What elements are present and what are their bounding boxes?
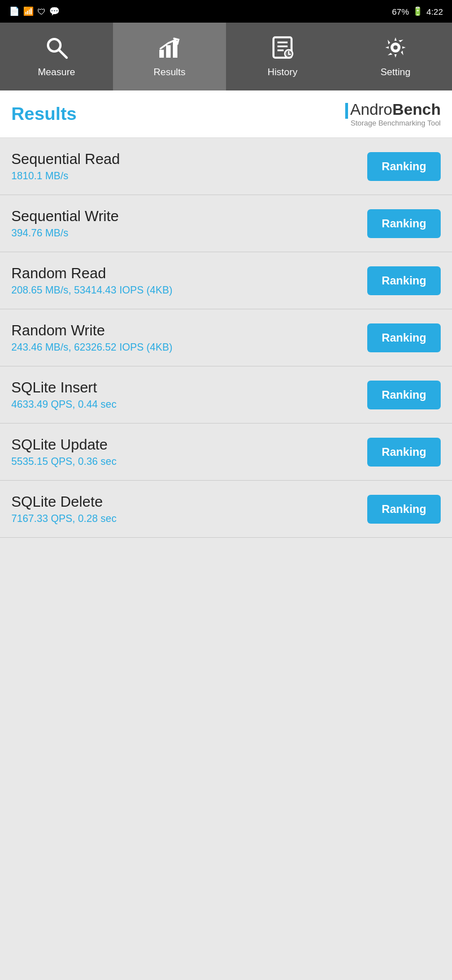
results-header: Results AndroBench Storage Benchmarking … xyxy=(0,90,452,138)
result-info: SQLite Insert 4633.49 QPS, 0.44 sec xyxy=(11,379,116,411)
result-info: SQLite Update 5535.15 QPS, 0.36 sec xyxy=(11,436,116,468)
status-bar: 📄 📶 🛡 💬 67% 🔋 4:22 xyxy=(0,0,452,23)
svg-rect-2 xyxy=(159,50,164,58)
history-icon xyxy=(270,35,295,63)
result-value: 5535.15 QPS, 0.36 sec xyxy=(11,456,116,468)
tab-history-label: History xyxy=(268,67,298,78)
result-value: 394.76 MB/s xyxy=(11,227,119,239)
result-item: SQLite Insert 4633.49 QPS, 0.44 sec Rank… xyxy=(0,366,452,424)
result-item: Random Read 208.65 MB/s, 53414.43 IOPS (… xyxy=(0,252,452,309)
result-name: SQLite Insert xyxy=(11,379,116,396)
battery-text: 67% xyxy=(392,7,409,16)
result-item: SQLite Update 5535.15 QPS, 0.36 sec Rank… xyxy=(0,424,452,481)
measure-icon xyxy=(44,35,69,63)
brand-sub: Storage Benchmarking Tool xyxy=(351,119,441,127)
result-value: 1810.1 MB/s xyxy=(11,170,120,182)
result-name: Random Write xyxy=(11,322,172,339)
status-left: 📄 📶 🛡 💬 xyxy=(9,6,60,16)
result-info: SQLite Delete 7167.33 QPS, 0.28 sec xyxy=(11,493,116,525)
nav-tabs: Measure Results History xyxy=(0,23,452,90)
brand-logo: AndroBench Storage Benchmarking Tool xyxy=(345,101,441,127)
results-title: Results xyxy=(11,103,77,124)
ranking-button[interactable]: Ranking xyxy=(367,495,441,524)
shield-icon: 🛡 xyxy=(37,7,46,16)
svg-rect-4 xyxy=(173,41,177,58)
battery-icon: 🔋 xyxy=(412,6,423,16)
tab-results[interactable]: Results xyxy=(113,23,226,90)
result-value: 4633.49 QPS, 0.44 sec xyxy=(11,399,116,411)
brand-bold: Bench xyxy=(392,101,441,118)
svg-line-1 xyxy=(59,50,67,58)
setting-icon xyxy=(383,35,408,63)
result-name: SQLite Update xyxy=(11,436,116,454)
result-item: Random Write 243.46 MB/s, 62326.52 IOPS … xyxy=(0,309,452,366)
tab-setting[interactable]: Setting xyxy=(339,23,452,90)
result-value: 208.65 MB/s, 53414.43 IOPS (4KB) xyxy=(11,284,172,296)
result-info: Sequential Write 394.76 MB/s xyxy=(11,208,119,239)
chat-icon: 💬 xyxy=(49,6,60,16)
tab-history[interactable]: History xyxy=(226,23,339,90)
svg-rect-3 xyxy=(166,45,171,58)
ranking-button[interactable]: Ranking xyxy=(367,266,441,295)
ranking-button[interactable]: Ranking xyxy=(367,209,441,238)
result-item: SQLite Delete 7167.33 QPS, 0.28 sec Rank… xyxy=(0,481,452,538)
result-value: 7167.33 QPS, 0.28 sec xyxy=(11,513,116,525)
result-info: Sequential Read 1810.1 MB/s xyxy=(11,150,120,182)
result-info: Random Read 208.65 MB/s, 53414.43 IOPS (… xyxy=(11,265,172,296)
result-name: Random Read xyxy=(11,265,172,282)
brand-bar xyxy=(345,103,348,119)
result-value: 243.46 MB/s, 62326.52 IOPS (4KB) xyxy=(11,342,172,353)
tab-measure[interactable]: Measure xyxy=(0,23,113,90)
tab-setting-label: Setting xyxy=(381,67,411,78)
time-text: 4:22 xyxy=(427,7,443,16)
doc-icon: 📄 xyxy=(9,6,20,16)
result-item: Sequential Read 1810.1 MB/s Ranking xyxy=(0,138,452,195)
brand-name: AndroBench xyxy=(345,101,441,119)
results-list: Sequential Read 1810.1 MB/s Ranking Sequ… xyxy=(0,138,452,538)
result-item: Sequential Write 394.76 MB/s Ranking xyxy=(0,195,452,252)
status-right: 67% 🔋 4:22 xyxy=(392,6,443,16)
wifi-icon: 📶 xyxy=(23,6,34,16)
result-name: Sequential Read xyxy=(11,150,120,168)
result-name: SQLite Delete xyxy=(11,493,116,511)
ranking-button[interactable]: Ranking xyxy=(367,152,441,181)
svg-point-13 xyxy=(393,45,398,50)
result-info: Random Write 243.46 MB/s, 62326.52 IOPS … xyxy=(11,322,172,353)
results-icon xyxy=(157,35,182,63)
ranking-button[interactable]: Ranking xyxy=(367,438,441,467)
tab-results-label: Results xyxy=(154,67,186,78)
ranking-button[interactable]: Ranking xyxy=(367,323,441,352)
result-name: Sequential Write xyxy=(11,208,119,225)
ranking-button[interactable]: Ranking xyxy=(367,381,441,409)
tab-measure-label: Measure xyxy=(38,67,75,78)
